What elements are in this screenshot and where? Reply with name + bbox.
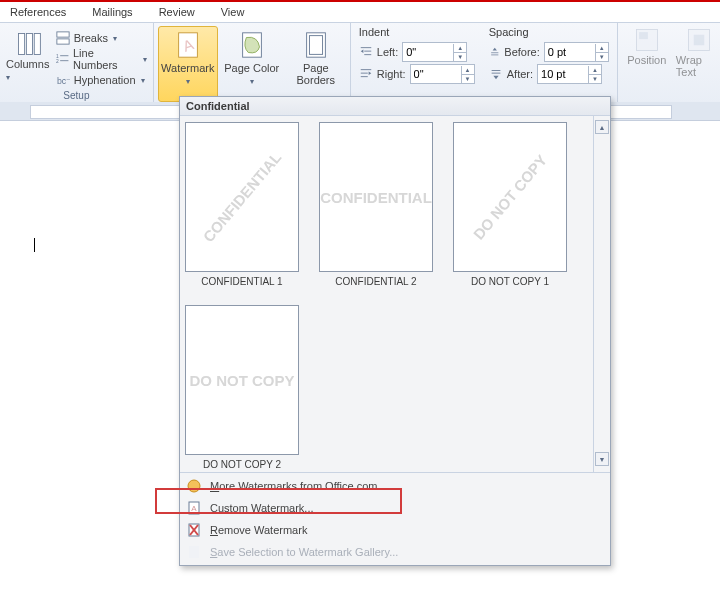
position-icon: [633, 26, 661, 54]
custom-watermark-icon: A: [186, 500, 202, 516]
svg-marker-22: [368, 71, 371, 75]
tab-review[interactable]: Review: [159, 6, 195, 18]
svg-rect-30: [639, 32, 648, 39]
watermark-preset-confidential-1[interactable]: CONFIDENTIAL CONFIDENTIAL 1: [186, 122, 298, 287]
spin-up-icon[interactable]: ▲: [454, 44, 466, 53]
hyphenation-button[interactable]: bc⁻ Hyphenation▾: [56, 70, 147, 90]
indent-right-value[interactable]: [411, 66, 461, 82]
menu-save-to-gallery: Save Selection to Watermark Gallery...: [180, 541, 610, 563]
line-numbers-label: Line Numbers: [73, 47, 138, 71]
columns-icon: [15, 30, 43, 58]
watermark-icon: A: [173, 30, 203, 60]
text-cursor: [34, 238, 35, 252]
watermark-preset-donotcopy-1[interactable]: DO NOT COPY DO NOT COPY 1: [454, 122, 566, 287]
watermark-preset-label: CONFIDENTIAL 1: [201, 276, 282, 287]
hyphenation-icon: bc⁻: [56, 73, 70, 87]
svg-rect-32: [694, 35, 705, 46]
indent-right-input[interactable]: ▲▼: [410, 64, 475, 84]
svg-text:bc⁻: bc⁻: [57, 76, 70, 86]
watermark-text: CONFIDENTIAL: [320, 189, 432, 206]
svg-marker-23: [492, 48, 496, 51]
spin-up-icon[interactable]: ▲: [596, 44, 608, 53]
spacing-after-icon: [489, 67, 503, 81]
group-label-setup: Setup: [6, 90, 147, 102]
wrap-text-button: Wrap Text: [676, 26, 720, 102]
indent-left-value[interactable]: [403, 44, 453, 60]
save-gallery-icon: [186, 544, 202, 560]
svg-text:2: 2: [56, 59, 59, 64]
spin-down-icon[interactable]: ▼: [462, 75, 474, 83]
indent-right-icon: [359, 67, 373, 81]
hyphenation-label: Hyphenation: [74, 74, 136, 86]
scroll-up-icon[interactable]: ▲: [595, 120, 609, 134]
svg-point-33: [188, 480, 200, 492]
gallery-scrollbar[interactable]: ▲ ▼: [593, 116, 610, 472]
spacing-before-value[interactable]: [545, 44, 595, 60]
watermark-gallery: CONFIDENTIAL CONFIDENTIAL 1 CONFIDENTIAL…: [180, 116, 593, 472]
ribbon-tabs: References Mailings Review View: [0, 2, 720, 22]
svg-rect-1: [26, 34, 32, 55]
watermark-preset-confidential-2[interactable]: CONFIDENTIAL CONFIDENTIAL 2: [320, 122, 432, 287]
svg-text:A: A: [191, 504, 197, 513]
scroll-down-icon[interactable]: ▼: [595, 452, 609, 466]
wrap-text-icon: [685, 26, 713, 54]
indent-heading: Indent: [359, 26, 479, 38]
page-borders-button[interactable]: Page Borders: [286, 26, 346, 102]
dropdown-menu: More Watermarks from Office.com A Custom…: [180, 472, 610, 565]
line-numbers-icon: 12: [56, 52, 69, 66]
spin-down-icon[interactable]: ▼: [596, 53, 608, 61]
spacing-before-icon: [489, 45, 501, 59]
tab-mailings[interactable]: Mailings: [92, 6, 132, 18]
breaks-button[interactable]: Breaks▾: [56, 28, 147, 48]
page-borders-icon: [301, 30, 331, 60]
columns-label: Columns: [6, 58, 49, 70]
page-color-button[interactable]: Page Color▾: [222, 26, 282, 102]
watermark-text: DO NOT COPY: [189, 372, 294, 389]
spacing-before-input[interactable]: ▲▼: [544, 42, 609, 62]
indent-left-label: Left:: [377, 46, 398, 58]
watermark-label: Watermark: [161, 62, 214, 74]
indent-right-label: Right:: [377, 68, 406, 80]
spin-up-icon[interactable]: ▲: [462, 66, 474, 75]
svg-marker-18: [361, 49, 364, 53]
svg-marker-28: [493, 76, 498, 80]
watermark-button[interactable]: A Watermark▾: [158, 26, 218, 102]
watermark-preset-label: DO NOT COPY 1: [471, 276, 549, 287]
office-icon: [186, 478, 202, 494]
menu-more-watermarks[interactable]: More Watermarks from Office.com: [180, 475, 610, 497]
watermark-preset-label: DO NOT COPY 2: [203, 459, 281, 470]
spacing-after-label: After:: [507, 68, 533, 80]
menu-remove-watermark[interactable]: Remove Watermark: [180, 519, 610, 541]
position-button: Position: [624, 26, 670, 102]
spin-down-icon[interactable]: ▼: [589, 75, 601, 83]
dropdown-section-header: Confidential: [180, 97, 610, 116]
spacing-heading: Spacing: [489, 26, 609, 38]
svg-rect-39: [189, 546, 199, 558]
spacing-after-value[interactable]: [538, 66, 588, 82]
page-color-icon: [237, 30, 267, 60]
spin-up-icon[interactable]: ▲: [589, 66, 601, 75]
spacing-before-label: Before:: [504, 46, 539, 58]
menu-custom-watermark[interactable]: A Custom Watermark...: [180, 497, 610, 519]
svg-rect-4: [57, 39, 69, 44]
page-color-label: Page Color: [224, 62, 279, 74]
tab-references[interactable]: References: [10, 6, 66, 18]
svg-rect-3: [57, 32, 69, 37]
svg-rect-2: [34, 34, 40, 55]
watermark-text: DO NOT COPY: [470, 151, 551, 242]
position-label: Position: [627, 54, 666, 66]
watermark-preset-donotcopy-2[interactable]: DO NOT COPY DO NOT COPY 2: [186, 305, 298, 470]
spacing-after-input[interactable]: ▲▼: [537, 64, 602, 84]
wrap-text-label: Wrap Text: [676, 54, 720, 78]
breaks-icon: [56, 31, 70, 45]
watermark-text: CONFIDENTIAL: [200, 149, 285, 245]
tab-view[interactable]: View: [221, 6, 245, 18]
indent-left-input[interactable]: ▲▼: [402, 42, 467, 62]
line-numbers-button[interactable]: 12 Line Numbers▾: [56, 49, 147, 69]
columns-button[interactable]: Columns ▾: [6, 30, 52, 90]
watermark-dropdown: Confidential CONFIDENTIAL CONFIDENTIAL 1…: [179, 96, 611, 566]
remove-watermark-icon: [186, 522, 202, 538]
spin-down-icon[interactable]: ▼: [454, 53, 466, 61]
watermark-preset-label: CONFIDENTIAL 2: [335, 276, 416, 287]
indent-left-icon: [359, 45, 373, 59]
